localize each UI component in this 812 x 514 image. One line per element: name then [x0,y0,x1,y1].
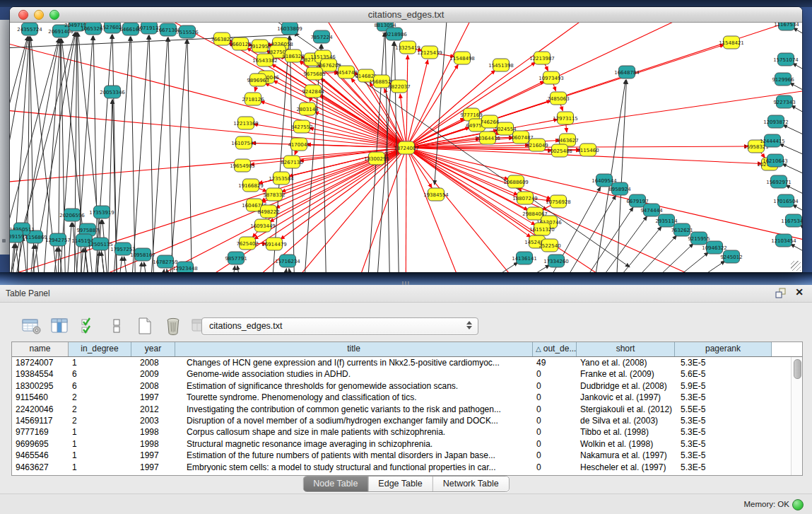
column-header-short[interactable]: short [577,342,675,356]
window-titlebar[interactable]: citations_edges.txt [10,7,802,23]
memory-status-led-icon[interactable] [792,499,804,510]
delete-table-icon[interactable] [163,315,184,337]
table-row[interactable]: 911546021997Tourette syndrome. Phenomeno… [12,392,802,403]
graph-node[interactable]: 16107543 [231,136,257,149]
graph-node[interactable]: 12973115 [553,112,578,124]
float-panel-icon[interactable] [775,288,787,302]
table-scrollbar[interactable] [791,357,802,475]
graph-node[interactable]: 8454749 [335,66,357,78]
graph-node[interactable]: 19384554 [423,188,449,201]
graph-node[interactable]: 7515526 [176,25,199,38]
graph-node[interactable]: 24355724 [17,23,42,35]
graph-node[interactable]: 2718126 [242,93,264,105]
close-panel-icon[interactable]: ✕ [795,286,804,298]
graph-node[interactable]: 2803144 [296,103,319,115]
svg-text:9777169: 9777169 [460,112,482,118]
graph-node[interactable]: 9242844 [302,85,324,98]
graph-node[interactable]: 12213987 [529,52,555,64]
tab-node-table[interactable]: Node Table [303,477,368,491]
graph-node[interactable]: 9227343 [773,95,795,108]
graph-node[interactable]: 6216049 [526,139,548,151]
table-row[interactable]: 977716911998Corpus callosum shape and si… [12,426,802,438]
column-header-out_de[interactable]: △out_de... [533,342,577,356]
column-visibility-icon[interactable] [49,315,71,337]
table-cell: 0 [533,462,577,473]
graph-node[interactable]: 10688609 [503,175,529,188]
graph-node[interactable]: 9857791 [225,252,247,264]
graph-node[interactable]: 4170041 [288,138,310,151]
graph-node[interactable]: 5878332 [263,188,285,201]
graph-node[interactable]: 17353919 [89,206,114,218]
graph-node[interactable]: 9675685 [303,67,325,80]
graph-node[interactable]: 9129966 [772,73,794,86]
graph-node[interactable]: 12125439 [417,46,442,59]
graph-node[interactable]: 8498222 [257,205,279,218]
table-row[interactable]: 1830029562008Estimation of significance … [12,380,802,392]
svg-text:10025488: 10025488 [547,148,572,154]
column-header-pagerank[interactable]: pagerank [675,342,772,356]
table-scrollbar-thumb[interactable] [794,359,801,379]
table-row[interactable]: 969969511998Structural magnetic resonanc… [12,438,802,450]
table-row[interactable]: 946362711997Embryonic stem cells: a mode… [12,462,802,473]
graph-node[interactable]: 8958924 [608,182,631,195]
graph-node[interactable]: 8267130 [281,156,302,168]
column-header-in_degree[interactable]: in_degree [69,342,131,356]
graph-node[interactable]: 16648784 [614,66,640,78]
graph-node[interactable]: 12353584 [269,172,294,185]
graph-node[interactable]: 20053346 [100,86,125,98]
svg-text:12125439: 12125439 [417,50,442,56]
create-table-icon[interactable] [134,315,155,337]
network-canvas[interactable]: 2435572420691406204971911065326715276021… [10,23,802,272]
graph-node[interactable]: 15751074 [773,53,799,66]
graph-node[interactable]: 15716234 [275,255,300,267]
svg-text:5878332: 5878332 [263,192,285,198]
table-cell: 0 [533,380,577,392]
graph-node[interactable]: 17334260 [543,255,569,267]
table-select-dropdown[interactable]: citations_edges.txt [201,317,478,335]
window-resize-grip[interactable] [791,261,801,271]
column-header-title[interactable]: title [175,342,533,356]
table-row[interactable]: 2242004622012Investigating the contribut… [12,404,802,415]
graph-node[interactable]: 9245012 [720,250,742,263]
selection-mode-icon[interactable] [78,315,99,337]
row-height-icon[interactable] [106,315,127,337]
graph-node[interactable]: 14136141 [512,252,537,264]
table-row[interactable]: 946554611997Estimation of the future num… [12,450,802,461]
graph-node[interactable]: 8822037 [388,80,410,93]
table-options-icon[interactable] [21,315,42,337]
svg-text:7857224: 7857224 [310,35,333,40]
table-cell: Jankovic et al. (1997) [577,392,675,403]
svg-text:19166829: 19166829 [238,183,264,189]
graph-node[interactable]: 12942757 [45,233,71,246]
graph-node[interactable]: 8427552 [290,120,312,133]
graph-node[interactable]: 11675342 [781,214,802,227]
column-header-name[interactable]: name [12,342,69,356]
graph-node[interactable]: 2522540 [539,239,560,252]
graph-node[interactable]: 17016504 [773,194,799,207]
tab-edge-table[interactable]: Edge Table [368,477,433,491]
graph-node[interactable]: 12213369 [233,117,259,129]
table-cell: 2 [69,392,131,403]
graph-node[interactable]: 9115460 [577,144,599,156]
svg-text:12353584: 12353584 [269,176,294,182]
table-row[interactable]: 1872400712008Changes of HCN gene express… [12,357,802,368]
graph-node[interactable]: 16914479 [261,238,287,250]
graph-node[interactable]: 9474444 [640,204,663,216]
graph-node[interactable]: 7857224 [310,30,333,43]
tab-network-table[interactable]: Network Table [433,477,509,491]
graph-node[interactable]: 7625402 [236,237,258,250]
graph-node[interactable]: 7632621 [671,223,693,236]
graph-node[interactable]: 12103454 [771,234,796,247]
table-cell: 19384554 [12,368,69,380]
table-row[interactable]: 1938455462009Genome-wide association stu… [12,368,802,380]
svg-text:2803144: 2803144 [296,107,319,112]
graph-node[interactable]: 9896963 [247,74,269,86]
graph-node[interactable]: 18807249 [512,192,538,204]
graph-node[interactable]: 9660123 [229,37,251,50]
graph-node[interactable]: 7485063 [547,92,569,105]
table-row[interactable]: 1456911722003Disruption of a novel membe… [12,415,802,426]
graph-node[interactable]: 15451398 [488,59,514,71]
graph-node[interactable]: 19166829 [238,179,264,192]
column-header-year[interactable]: year [131,342,175,356]
table-cell: 1 [69,450,131,461]
